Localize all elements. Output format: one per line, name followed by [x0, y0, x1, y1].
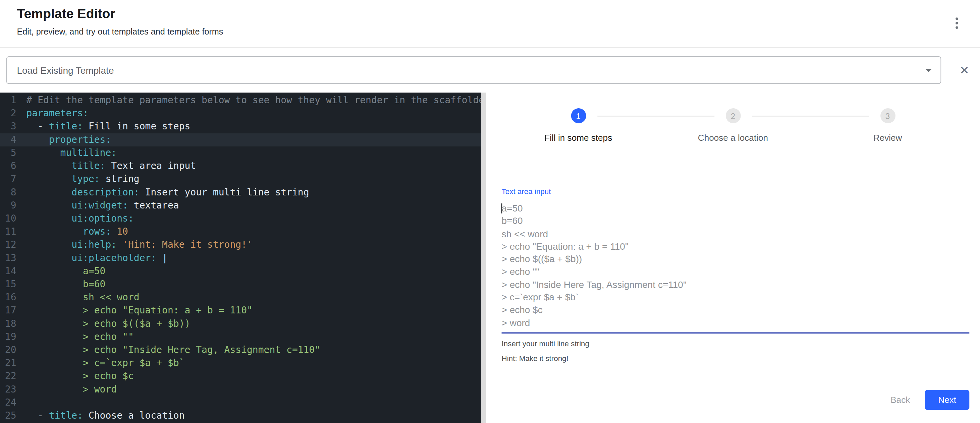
template-editor-page: Template Editor Edit, preview, and try o…	[0, 0, 980, 423]
line-number: 18	[0, 317, 16, 331]
line-number: 9	[0, 199, 16, 212]
textarea-line: sh << word	[502, 228, 970, 240]
line-number: 11	[0, 225, 16, 238]
line-number: 8	[0, 186, 16, 199]
line-content: ui:placeholder: |	[16, 252, 168, 265]
line-number: 6	[0, 160, 16, 173]
line-content: > c=`expr $a + $b`	[16, 356, 185, 370]
editor-line: 20 > echo "Inside Here Tag, Assignment c…	[0, 344, 481, 356]
textarea-line: > echo $c	[502, 304, 970, 317]
line-number: 16	[0, 291, 16, 304]
step-connector	[597, 116, 714, 116]
textarea-line: b=60	[502, 215, 970, 228]
textarea-line: > word	[502, 317, 970, 329]
editor-line: 10 ui:options:	[0, 212, 481, 225]
editor-line: 24	[0, 396, 481, 409]
line-content: > echo ""	[16, 331, 134, 344]
line-content: > echo $(($a + $b))	[16, 317, 191, 331]
textarea-line: > echo $(($a + $b))	[502, 253, 970, 266]
line-number: 22	[0, 370, 16, 383]
kebab-menu-icon[interactable]	[951, 17, 963, 29]
clear-icon[interactable]: ×	[960, 56, 969, 84]
template-form-preview: 1Fill in some steps2Choose a location3Re…	[486, 92, 980, 423]
page-title: Template Editor	[17, 6, 962, 21]
line-content: sh << word	[16, 291, 140, 304]
line-content: > echo "Equation: a + b = 110"	[16, 304, 253, 317]
step-2[interactable]: 2Choose a location	[656, 108, 810, 143]
next-button[interactable]: Next	[925, 390, 969, 410]
line-number: 5	[0, 146, 16, 160]
yaml-code-editor[interactable]: 1# Edit the template parameters below to…	[0, 92, 481, 423]
step-label: Review	[873, 133, 902, 143]
step-connector	[752, 116, 869, 116]
line-content: > word	[16, 383, 117, 396]
textarea-underline	[502, 332, 970, 334]
editor-line: 3 - title: Fill in some steps	[0, 120, 481, 133]
editor-line: 12 ui:help: 'Hint: Make it strong!'	[0, 238, 481, 251]
form-actions: Back Next	[880, 390, 969, 410]
line-content: - title: Choose a location	[16, 409, 185, 422]
line-content: title: Text area input	[16, 160, 196, 173]
editor-line: 25 - title: Choose a location	[0, 409, 481, 422]
line-content: - title: Fill in some steps	[16, 120, 191, 133]
load-template-select-value: Load Existing Template	[17, 65, 114, 75]
editor-line: 23 > word	[0, 383, 481, 396]
stepper: 1Fill in some steps2Choose a location3Re…	[486, 92, 980, 143]
editor-line: 17 > echo "Equation: a + b = 110"	[0, 304, 481, 317]
editor-line: 4 properties:	[0, 133, 481, 146]
form-body: Text area input a=50b=60sh << word> echo…	[486, 143, 980, 363]
line-number: 12	[0, 238, 16, 251]
textarea-line: > echo "Equation: a + b = 110"	[502, 240, 970, 253]
editor-line: 1# Edit the template parameters below to…	[0, 94, 481, 107]
line-content: properties:	[16, 133, 111, 146]
editor-line: 22 > echo $c	[0, 370, 481, 383]
line-content: # Edit the template parameters below to …	[16, 94, 481, 107]
line-content: ui:help: 'Hint: Make it strong!'	[16, 238, 253, 251]
step-1[interactable]: 1Fill in some steps	[501, 108, 656, 143]
step-circle: 3	[880, 108, 895, 124]
line-number: 23	[0, 383, 16, 396]
back-button[interactable]: Back	[880, 390, 920, 410]
editor-scrollbar[interactable]	[481, 92, 486, 423]
editor-line: 14 a=50	[0, 265, 481, 278]
line-number: 25	[0, 409, 16, 422]
line-content: multiline:	[16, 146, 117, 160]
line-content: description: Insert your multi line stri…	[16, 186, 309, 199]
line-content: > echo $c	[16, 370, 134, 383]
editor-line: 7 type: string	[0, 173, 481, 186]
line-number: 19	[0, 331, 16, 344]
line-number: 14	[0, 265, 16, 278]
line-number: 24	[0, 396, 16, 409]
editor-line: 9 ui:widget: textarea	[0, 199, 481, 212]
line-number: 7	[0, 173, 16, 186]
line-content: parameters:	[16, 107, 89, 120]
step-label: Fill in some steps	[544, 133, 612, 143]
line-number: 3	[0, 120, 16, 133]
editor-line: 8 description: Insert your multi line st…	[0, 186, 481, 199]
textarea-line: a=50	[502, 202, 970, 215]
line-number: 10	[0, 212, 16, 225]
multiline-textarea[interactable]: a=50b=60sh << word> echo "Equation: a + …	[502, 202, 970, 329]
textarea-line: > echo ""	[502, 266, 970, 279]
line-content: a=50	[16, 265, 106, 278]
editor-line: 11 rows: 10	[0, 225, 481, 238]
page-header: Template Editor Edit, preview, and try o…	[0, 0, 980, 48]
line-number: 1	[0, 94, 16, 107]
step-3[interactable]: 3Review	[810, 108, 965, 143]
editor-line: 19 > echo ""	[0, 331, 481, 344]
load-template-select[interactable]: Load Existing Template	[6, 56, 942, 84]
line-number: 17	[0, 304, 16, 317]
line-content: rows: 10	[16, 225, 128, 238]
line-content	[16, 396, 27, 409]
line-content: > echo "Inside Here Tag, Assignment c=11…	[16, 344, 321, 356]
line-number: 13	[0, 252, 16, 265]
line-content: b=60	[16, 278, 106, 291]
line-content: type: string	[16, 173, 140, 186]
field-description: Insert your multi line string	[502, 339, 970, 348]
field-hint: Hint: Make it strong!	[502, 354, 970, 363]
step-circle: 1	[571, 108, 586, 124]
line-content: ui:widget: textarea	[16, 199, 179, 212]
textarea-line: > echo "Inside Here Tag, Assignment c=11…	[502, 278, 970, 291]
page-subtitle: Edit, preview, and try out templates and…	[17, 27, 962, 36]
editor-line: 15 b=60	[0, 278, 481, 291]
